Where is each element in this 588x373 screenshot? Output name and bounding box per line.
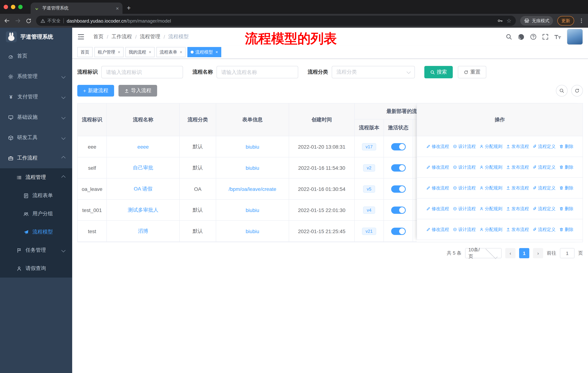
publish-process-link[interactable]: 发布流程 [506,143,529,150]
process-name-link[interactable]: 自己审批 [133,164,153,171]
page-size-select[interactable]: 10条/页 [465,248,502,258]
goto-page-input[interactable] [560,248,575,258]
user-avatar[interactable] [567,29,583,45]
modify-process-link[interactable]: 修改流程 [426,143,449,150]
help-icon[interactable] [530,33,537,40]
tag-home[interactable]: 首页 [77,47,93,57]
close-tab-icon[interactable]: × [116,6,119,11]
assign-rule-link[interactable]: 分配规则 [479,164,502,170]
active-toggle[interactable] [391,164,406,171]
tag-process-model[interactable]: 流程模型× [187,47,221,57]
process-name-link[interactable]: eeee [137,144,149,150]
close-icon[interactable]: × [215,50,218,55]
password-key-icon[interactable] [497,18,503,24]
search-button[interactable]: 搜索 [424,66,453,78]
process-definition-link[interactable]: 流程定义 [533,143,556,150]
publish-process-link[interactable]: 发布流程 [506,226,529,232]
form-info-link[interactable]: biubiu [246,207,259,213]
active-toggle[interactable] [391,206,406,214]
form-info-link[interactable]: biubiu [246,144,259,150]
design-process-link[interactable]: 设计流程 [453,226,476,232]
address-bar[interactable]: 不安全 dashboard.yudao.iocoder.cn/bpm/manag… [36,16,516,26]
sidebar-item-process-model[interactable]: 流程模型 [0,223,72,241]
sidebar-item-home[interactable]: 首页 [0,46,72,66]
form-info-link[interactable]: biubiu [246,165,259,171]
tag-my-process[interactable]: 我的流程× [126,47,155,57]
minimize-window-button[interactable] [11,5,15,9]
modify-process-link[interactable]: 修改流程 [426,226,449,232]
sidebar-item-leave-query[interactable]: 请假查询 [0,259,72,278]
process-name-link[interactable]: OA 请假 [134,186,153,192]
tag-tenant-mgmt[interactable]: 租户管理× [94,47,124,57]
security-chip[interactable]: 不安全 [41,18,61,24]
process-definition-link[interactable]: 流程定义 [533,185,556,191]
browser-menu-icon[interactable] [578,18,584,24]
prev-page-button[interactable]: ‹ [505,248,515,258]
bookmark-star-icon[interactable]: ☆ [506,18,511,24]
form-info-link[interactable]: biubiu [246,228,259,234]
browser-tab[interactable]: 芋道管理系统 × [31,2,123,14]
assign-rule-link[interactable]: 分配规则 [479,206,502,212]
process-name-link[interactable]: 滔博 [138,228,148,234]
reload-icon[interactable] [26,18,32,24]
active-toggle[interactable] [391,185,406,192]
assign-rule-link[interactable]: 分配规则 [479,143,502,150]
sidebar-item-task-mgmt[interactable]: 任务管理 [0,241,72,259]
sidebar-fold-icon[interactable] [77,33,84,40]
assign-rule-link[interactable]: 分配规则 [479,185,502,191]
process-name-input[interactable] [217,66,298,78]
form-info-link[interactable]: /bpm/oa/leave/create [229,186,276,192]
modify-process-link[interactable]: 修改流程 [426,164,449,170]
sidebar-item-process-mgmt[interactable]: 流程管理 [0,168,72,186]
delete-process-link[interactable]: 删除 [559,226,573,232]
delete-process-link[interactable]: 删除 [559,206,573,212]
sidebar-item-system[interactable]: 系统管理 [0,66,72,87]
sidebar-item-infra[interactable]: 基础设施 [0,107,72,128]
design-process-link[interactable]: 设计流程 [453,185,476,191]
modify-process-link[interactable]: 修改流程 [426,185,449,191]
publish-process-link[interactable]: 发布流程 [506,185,529,191]
back-icon[interactable] [4,18,10,24]
sidebar-item-devtools[interactable]: 研发工具 [0,128,72,148]
close-icon[interactable]: × [118,50,120,55]
publish-process-link[interactable]: 发布流程 [506,164,529,170]
modify-process-link[interactable]: 修改流程 [426,206,449,212]
process-definition-link[interactable]: 流程定义 [533,164,556,170]
delete-process-link[interactable]: 删除 [559,164,573,170]
assign-rule-link[interactable]: 分配规则 [479,226,502,232]
reset-button[interactable]: 重置 [458,66,486,78]
sidebar-item-process-form[interactable]: 流程表单 [0,186,72,205]
page-1-button[interactable]: 1 [519,248,529,258]
tag-process-form[interactable]: 流程表单× [156,47,186,57]
toggle-search-button[interactable] [556,85,567,97]
zoom-window-button[interactable] [18,5,23,9]
category-select[interactable]: 流程分类 [332,66,415,78]
sidebar-item-workflow[interactable]: 工作流程 [0,148,72,168]
process-definition-link[interactable]: 流程定义 [533,206,556,212]
chrome-update-button[interactable]: 更新 [557,16,574,26]
close-icon[interactable]: × [149,50,151,55]
design-process-link[interactable]: 设计流程 [453,164,476,170]
close-icon[interactable]: × [180,50,182,55]
font-size-icon[interactable] [554,33,561,40]
design-process-link[interactable]: 设计流程 [453,143,476,150]
process-name-link[interactable]: 测试多审批人 [128,207,158,213]
active-toggle[interactable] [391,227,406,235]
fullscreen-icon[interactable] [542,33,549,40]
active-toggle[interactable] [391,143,406,150]
next-page-button[interactable]: › [533,248,543,258]
create-process-button[interactable]: + 新建流程 [77,85,114,97]
new-tab-button[interactable]: + [127,4,131,12]
refresh-table-button[interactable] [571,85,583,97]
github-icon[interactable] [518,33,525,40]
breadcrumb-item-workflow[interactable]: 工作流程 [112,33,132,40]
delete-process-link[interactable]: 删除 [559,185,573,191]
process-definition-link[interactable]: 流程定义 [533,226,556,232]
search-icon[interactable] [506,33,512,40]
breadcrumb-item-home[interactable]: 首页 [93,33,104,40]
publish-process-link[interactable]: 发布流程 [506,206,529,212]
process-id-input[interactable] [101,66,183,78]
close-window-button[interactable] [4,5,8,9]
import-process-button[interactable]: 导入流程 [118,85,157,97]
sidebar-item-payment[interactable]: ¥ 支付管理 [0,87,72,107]
